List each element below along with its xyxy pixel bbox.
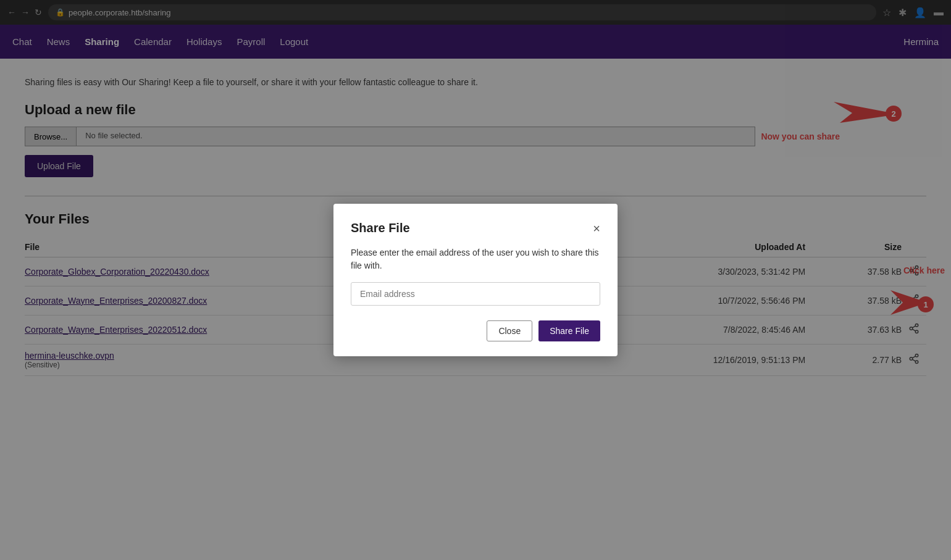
share-file-button[interactable]: Share File xyxy=(538,320,600,341)
modal-footer: Close Share File xyxy=(351,320,600,341)
modal-description: Please enter the email address of the us… xyxy=(351,246,600,272)
email-input[interactable] xyxy=(351,282,600,306)
modal-header: Share File × xyxy=(351,221,600,235)
modal-title: Share File xyxy=(351,221,410,235)
share-file-modal: Share File × Please enter the email addr… xyxy=(333,204,618,356)
modal-overlay[interactable]: Share File × Please enter the email addr… xyxy=(0,0,951,560)
modal-close-x-button[interactable]: × xyxy=(593,222,600,235)
modal-body: Please enter the email address of the us… xyxy=(351,246,600,320)
close-button[interactable]: Close xyxy=(487,320,532,341)
